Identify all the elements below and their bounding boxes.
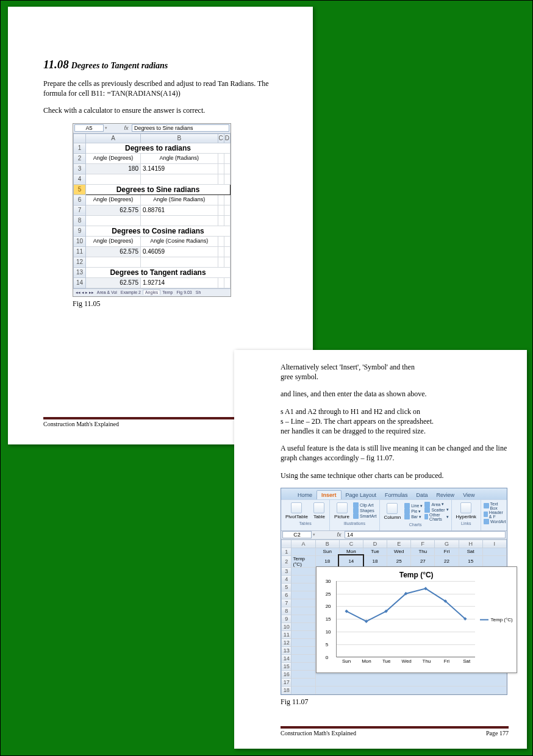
tab-view[interactable]: View xyxy=(459,491,479,499)
ribbon-body: PivotTable Table Tables Picture Clip Art… xyxy=(281,499,507,530)
other-charts-button[interactable]: Other Charts ▾ xyxy=(424,513,448,521)
plot-area: 051015202530SunMonTueWedThuFriSat xyxy=(336,581,475,657)
fx-icon[interactable]: fx xyxy=(122,125,131,131)
section-number: 11.08 xyxy=(43,58,69,71)
paragraph-fragment: and lines, and then enter the data as sh… xyxy=(281,389,509,399)
footer-page: Page 177 xyxy=(486,730,509,736)
textbox-button[interactable]: Text Box xyxy=(484,502,506,510)
tab-formulas[interactable]: Formulas xyxy=(381,491,412,499)
excel-screenshot-fig-11-05: A5 ▾ fx Degrees to Sine radians ABCD 1De… xyxy=(73,123,231,297)
ribbon-group-tables: PivotTable Table Tables xyxy=(281,500,330,530)
embedded-line-chart[interactable]: Temp (°C) 051015202530SunMonTueWedThuFri… xyxy=(316,566,517,673)
tab-review[interactable]: Review xyxy=(432,491,459,499)
table-button[interactable]: Table xyxy=(312,502,327,520)
figure-caption: Fig 11.05 xyxy=(73,299,276,308)
tab-data[interactable]: Data xyxy=(412,491,432,499)
name-box[interactable]: A5 xyxy=(74,124,104,132)
page-footer: Construction Math's Explained Page 177 xyxy=(281,726,509,736)
paragraph-fragment: Alternatively select 'Insert', 'Symbol' … xyxy=(281,362,509,382)
picture-button[interactable]: Picture xyxy=(332,502,351,520)
paragraph-fragment: s A1 and A2 through to H1 and H2 and cli… xyxy=(281,407,509,437)
paragraph: Check with a calculator to ensure the an… xyxy=(43,105,276,115)
shapes-button[interactable]: Shapes xyxy=(353,508,377,513)
sheet-tabs[interactable]: ◂◂ ◂ ▸ ▸▸ Area & VolExample 2AnglesTempF… xyxy=(73,288,231,296)
excel-screenshot-fig-11-07: Home Insert Page Layout Formulas Data Re… xyxy=(281,488,507,695)
ribbon-group-text: Text Box Header & F WordArt Text xyxy=(481,500,509,530)
worksheet-grid[interactable]: ABCDEFGHI 1SunMonTueWedThuFriSat 2Temp (… xyxy=(281,540,507,694)
ribbon-group-illustrations: Picture Clip Art Shapes SmartArt Illustr… xyxy=(330,500,380,530)
clipart-button[interactable]: Clip Art xyxy=(353,502,377,508)
pie-chart-button[interactable]: Pie ▾ xyxy=(404,508,423,514)
pivottable-button[interactable]: PivotTable xyxy=(284,502,310,520)
hyperlink-button[interactable]: Hyperlink xyxy=(454,502,478,520)
figure-caption: Fig 11.07 xyxy=(281,697,509,707)
tab-home[interactable]: Home xyxy=(293,491,317,499)
smartart-button[interactable]: SmartArt xyxy=(353,513,377,519)
footer-title: Construction Math's Explained xyxy=(281,730,356,736)
formula-bar: C2 ▾ fx 14 xyxy=(281,530,507,540)
line-chart-button[interactable]: Line ▾ xyxy=(404,503,423,508)
paragraph: Prepare the cells as previously describe… xyxy=(43,79,276,98)
headerfooter-button[interactable]: Header & F xyxy=(484,510,506,519)
section-heading: 11.08 Degrees to Tangent radians xyxy=(43,58,276,71)
ribbon-tabs[interactable]: Home Insert Page Layout Formulas Data Re… xyxy=(281,488,507,499)
ribbon-group-links: Hyperlink Links xyxy=(452,500,481,530)
paragraph: Using the same technique other charts ca… xyxy=(281,471,509,480)
worksheet-grid[interactable]: ABCD 1Degrees to radians 2Angle (Degrees… xyxy=(73,134,231,288)
name-box[interactable]: C2 xyxy=(282,531,312,538)
paragraph: A useful feature is the data is still li… xyxy=(281,443,509,463)
book-page-177: Alternatively select 'Insert', 'Symbol' … xyxy=(234,350,527,749)
formula-input[interactable]: Degrees to Sine radians xyxy=(132,124,229,132)
column-chart-button[interactable]: Column xyxy=(382,502,403,521)
chart-title: Temp (°C) xyxy=(317,571,517,579)
section-title: Degrees to Tangent radians xyxy=(71,61,168,70)
footer-title: Construction Math's Explained xyxy=(43,421,119,427)
scatter-chart-button[interactable]: Scatter ▾ xyxy=(424,507,448,513)
area-chart-button[interactable]: Area ▾ xyxy=(424,502,448,507)
tab-page-layout[interactable]: Page Layout xyxy=(342,491,381,499)
ribbon-group-charts: Column Line ▾ Pie ▾ Bar ▾ Area ▾ Scatter… xyxy=(380,500,452,530)
fx-icon[interactable]: fx xyxy=(335,532,343,538)
chart-legend: Temp (°C) xyxy=(480,617,513,622)
tab-insert[interactable]: Insert xyxy=(317,490,342,499)
wordart-button[interactable]: WordArt xyxy=(484,519,506,524)
bar-chart-button[interactable]: Bar ▾ xyxy=(404,514,423,519)
formula-input[interactable]: 14 xyxy=(345,531,506,538)
formula-bar: A5 ▾ fx Degrees to Sine radians xyxy=(73,124,231,134)
